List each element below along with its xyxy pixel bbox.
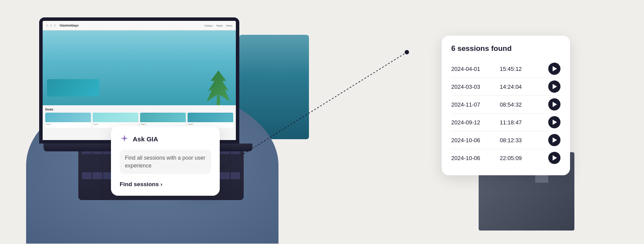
screen-pool — [47, 79, 99, 97]
screen-logo: Glasholidays — [60, 24, 79, 27]
screen-card-txt-3: Deal 3 — [140, 122, 186, 126]
screen-card-4: Deal 4 — [188, 113, 233, 128]
laptop-screen: Glasholidays Holidays Flights Hotels Dea… — [39, 17, 239, 144]
screen-card-1: Deal 1 — [45, 113, 91, 128]
screen-card-img-1 — [45, 113, 91, 122]
gia-star-icon — [120, 134, 129, 144]
key — [220, 172, 229, 179]
screen-card-img-4 — [188, 113, 233, 122]
screen-nav: Holidays Flights Hotels — [205, 24, 232, 27]
session-row: 2024-04-0115:45:12 — [451, 60, 560, 78]
laptop-screen-inner: Glasholidays Holidays Flights Hotels Dea… — [43, 21, 236, 140]
session-time: 14:24:04 — [500, 84, 545, 90]
key — [92, 172, 102, 179]
ask-gia-title: Ask GIA — [133, 135, 158, 143]
play-button[interactable] — [548, 98, 560, 110]
session-date: 2024-09-12 — [451, 119, 496, 126]
session-row: 2024-10-0622:05:09 — [451, 149, 560, 167]
screen-nav-item: Holidays — [205, 24, 213, 27]
session-date: 2024-10-06 — [451, 155, 496, 161]
sessions-list: 2024-04-0115:45:122024-03-0314:24:042024… — [451, 60, 560, 167]
screen-card-txt-1: Deal 1 — [45, 122, 91, 126]
screen-dot-1 — [46, 24, 48, 27]
ask-gia-input-display[interactable]: Find all sessions with a poor user exper… — [120, 150, 211, 174]
screen-card-img-2 — [93, 113, 138, 122]
screen-card-txt-2: Deal 2 — [93, 122, 138, 126]
session-row: 2024-09-1211:18:47 — [451, 114, 560, 131]
screen-nav-item: Flights — [216, 24, 223, 27]
screen-dot-2 — [50, 24, 52, 27]
sessions-card: 6 sessions found 2024-04-0115:45:122024-… — [442, 36, 570, 175]
session-row: 2024-03-0314:24:04 — [451, 78, 560, 96]
screen-hero — [43, 30, 236, 105]
session-row: 2024-11-0708:54:32 — [451, 96, 560, 114]
screen-card-txt-4: Deal 4 — [188, 122, 233, 126]
find-sessions-link[interactable]: Find sessions › — [120, 181, 162, 187]
ask-gia-header: Ask GIA — [120, 134, 211, 144]
session-time: 11:18:47 — [500, 119, 545, 126]
sessions-title: 6 sessions found — [451, 44, 560, 53]
screen-header: Glasholidays Holidays Flights Hotels — [43, 21, 236, 30]
screen-content-title: Deals — [45, 108, 233, 111]
session-time: 08:12:33 — [500, 137, 545, 144]
screen-card-2: Deal 2 — [93, 113, 138, 128]
session-date: 2024-04-01 — [451, 66, 496, 72]
screen-card-3: Deal 3 — [140, 113, 186, 128]
session-time: 22:05:09 — [500, 155, 545, 161]
ask-gia-card: Ask GIA Find all sessions with a poor us… — [111, 126, 220, 196]
connector-dot — [405, 50, 409, 54]
session-date: 2024-11-07 — [451, 101, 496, 108]
session-date: 2024-10-06 — [451, 137, 496, 144]
play-button[interactable] — [548, 134, 560, 146]
screen-palm — [205, 70, 231, 105]
session-date: 2024-03-03 — [451, 84, 496, 90]
session-row: 2024-10-0608:12:33 — [451, 131, 560, 149]
key — [231, 172, 240, 179]
screen-card-img-3 — [140, 113, 186, 122]
key — [82, 172, 91, 179]
screen-content-grid: Deal 1 Deal 2 Deal 3 Deal 4 — [45, 113, 233, 128]
screen-nav-item: Hotels — [226, 24, 232, 27]
session-time: 15:45:12 — [500, 66, 545, 72]
play-button[interactable] — [548, 80, 560, 93]
play-button[interactable] — [548, 152, 560, 164]
play-button[interactable] — [548, 63, 560, 75]
screen-dot-3 — [54, 24, 56, 27]
session-time: 08:54:32 — [500, 101, 545, 108]
play-button[interactable] — [548, 116, 560, 128]
